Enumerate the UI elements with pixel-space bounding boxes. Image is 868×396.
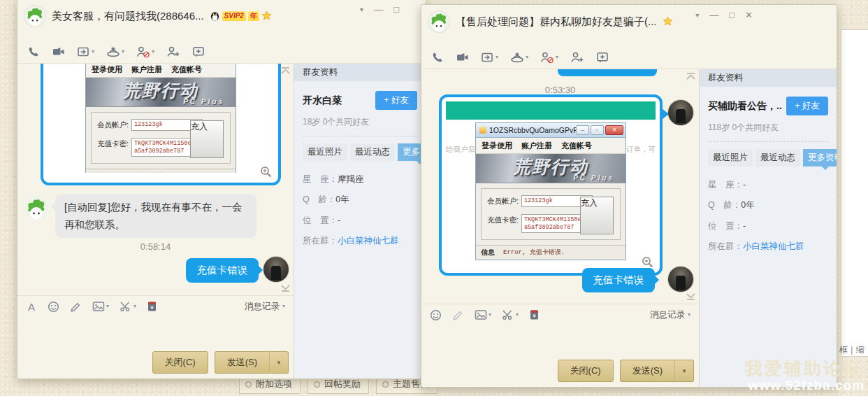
scroll-up-icon[interactable] xyxy=(280,66,291,75)
send-button[interactable]: 发送(S) xyxy=(215,351,269,374)
window-menu-button[interactable]: ▾ xyxy=(695,12,699,20)
image-message-bubble[interactable]: 给商户后 查询订单，可 1OZSRcbbvQuOamoGPvF9 –▫✕ 登录使… xyxy=(439,94,663,276)
send-file-icon[interactable]: ▾ xyxy=(481,51,498,64)
svg-text:¥: ¥ xyxy=(532,313,536,319)
avatar[interactable] xyxy=(668,267,693,292)
composer-buttons: 关闭(C) 发送(S) ▾ xyxy=(421,355,699,387)
dropdown-caret-icon: ▾ xyxy=(152,49,154,55)
close-button[interactable]: 关闭(C) xyxy=(152,351,208,374)
title-badges: SVIP2 年 xyxy=(210,10,272,21)
field-groups: 所在群：小白菜神仙七群 xyxy=(708,240,828,253)
level-star-icon xyxy=(261,10,272,21)
block-user-icon[interactable]: ▾ xyxy=(540,51,558,64)
message-list[interactable]: 0:53:30 给商户后 查询订单，可 1OZSRcbbvQuOamoGPvF9 xyxy=(421,69,699,304)
field-qq-age: Q 龄：0年 xyxy=(303,193,417,206)
image-icon[interactable]: ▾ xyxy=(92,301,109,312)
minimize-button[interactable]: — xyxy=(709,10,718,20)
remote-assist-icon[interactable]: ▾ xyxy=(106,45,124,58)
screenshot-image: 给商户后 查询订单，可 1OZSRcbbvQuOamoGPvF9 –▫✕ 登录使… xyxy=(446,122,656,269)
zoom-magnifier-icon[interactable] xyxy=(260,166,272,178)
menu-login: 登录使用 xyxy=(92,64,122,75)
avatar[interactable] xyxy=(24,6,45,27)
new-chat-icon[interactable] xyxy=(192,45,205,58)
history-label: 消息记录 xyxy=(245,301,280,313)
field-zodiac: 星 座：摩羯座 xyxy=(303,173,417,186)
minimize-button[interactable]: — xyxy=(374,5,383,14)
tab-recent-activity[interactable]: 最近动态 xyxy=(755,149,800,167)
red-packet-icon[interactable]: ¥ xyxy=(529,309,540,320)
radio-icon xyxy=(314,381,320,388)
title-badges xyxy=(663,16,673,27)
avatar[interactable] xyxy=(668,100,693,125)
year-badge: 年 xyxy=(248,11,259,21)
window-title: 美女客服，有问题找我(288646... xyxy=(52,10,204,23)
message-list[interactable]: 1OZSRcbbvQuOamoGPvF9 –▫✕ 登录使用 账户注册 充值帐号 … xyxy=(17,64,294,295)
scroll-down-icon[interactable] xyxy=(280,284,291,293)
tool-form: 会员帐户:123123gk 充值卡密:TKQKT3MCK4M1150e2Ta5a… xyxy=(91,112,231,164)
menu-recharge: 充值帐号 xyxy=(561,141,592,151)
image-message-bubble[interactable]: 1OZSRcbbvQuOamoGPvF9 –▫✕ 登录使用 账户注册 充值帐号 … xyxy=(41,64,281,185)
dropdown-caret-icon: ▾ xyxy=(92,49,94,55)
send-options-caret[interactable]: ▾ xyxy=(269,351,289,374)
tab-more-info[interactable]: 更多资料 xyxy=(803,149,837,167)
scroll-up-icon[interactable] xyxy=(686,71,696,80)
pencil-icon[interactable] xyxy=(452,309,464,321)
maximize-button[interactable]: □ xyxy=(729,10,735,20)
emoji-icon[interactable] xyxy=(430,309,442,321)
window-title: 【售后处理问题】群内私聊加好友是骗子(... xyxy=(456,15,657,29)
divider xyxy=(303,136,417,136)
close-button[interactable]: ✕ xyxy=(745,10,753,20)
zoom-magnifier-icon[interactable] xyxy=(642,256,653,268)
message-input[interactable] xyxy=(17,317,294,346)
field-zodiac: 星 座：- xyxy=(708,178,828,192)
qq-chat-window-right: 【售后处理问题】群内私聊加好友是骗子(... ▾ — □ ✕ ▾ ▾ ▾ xyxy=(421,4,837,388)
tool-titlebar: 1OZSRcbbvQuOamoGPvF9 –▫✕ xyxy=(476,123,625,138)
titlebar[interactable]: 美女客服，有问题找我(288646... SVIP2 年 ▾ — □ xyxy=(17,0,426,41)
add-user-icon[interactable] xyxy=(570,51,584,64)
call-icon[interactable] xyxy=(431,51,444,64)
window-controls: ▾ — □ xyxy=(360,5,399,14)
image-icon[interactable]: ▾ xyxy=(475,309,491,320)
scroll-down-icon[interactable] xyxy=(686,292,696,302)
recharge-button-image: 充入 xyxy=(190,120,224,158)
maximize-button[interactable]: □ xyxy=(393,5,399,14)
tab-recent-photos[interactable]: 最近照片 xyxy=(303,143,347,161)
tab-recent-activity[interactable]: 最近动态 xyxy=(350,143,395,161)
titlebar[interactable]: 【售后处理问题】群内私聊加好友是骗子(... ▾ — □ ✕ xyxy=(421,5,837,46)
pencil-icon[interactable] xyxy=(70,301,82,313)
send-options-caret[interactable]: ▾ xyxy=(674,360,694,382)
member-summary: 18岁 0个共同好友 xyxy=(303,116,417,128)
group-link[interactable]: 小白菜神仙七群 xyxy=(743,241,804,251)
message-input[interactable] xyxy=(421,325,699,355)
message-history-button[interactable]: 消息记录▾ xyxy=(650,309,690,321)
call-icon[interactable] xyxy=(27,45,40,58)
scissors-icon[interactable]: ▾ xyxy=(502,309,519,320)
send-button[interactable]: 发送(S) xyxy=(620,360,674,382)
scissors-icon[interactable]: ▾ xyxy=(120,301,136,312)
block-user-icon[interactable]: ▾ xyxy=(136,45,154,58)
tab-recent-photos[interactable]: 最近照片 xyxy=(708,149,753,167)
status-error-text: Error, 充值卡错误. xyxy=(113,171,175,173)
editor-footer-links[interactable]: 框｜缩 xyxy=(839,344,865,356)
add-user-icon[interactable] xyxy=(166,45,180,58)
add-friend-button[interactable]: + 好友 xyxy=(786,97,828,115)
group-link[interactable]: 小白菜神仙七群 xyxy=(338,236,399,246)
dropdown-caret-icon: ▾ xyxy=(282,304,285,309)
red-packet-icon[interactable]: ¥ xyxy=(147,301,157,312)
timestamp: 0:58:14 xyxy=(17,241,294,252)
avatar[interactable] xyxy=(428,11,449,32)
send-file-icon[interactable]: ▾ xyxy=(77,45,94,58)
remote-assist-icon[interactable]: ▾ xyxy=(510,51,528,64)
font-icon[interactable]: A xyxy=(26,301,37,312)
avatar[interactable] xyxy=(263,257,289,282)
window-menu-button[interactable]: ▾ xyxy=(360,6,363,14)
message-history-button[interactable]: 消息记录▾ xyxy=(245,301,285,313)
close-button[interactable]: 关闭(C) xyxy=(558,360,614,382)
add-friend-button[interactable]: + 好友 xyxy=(375,91,417,110)
field-location: 位 置：- xyxy=(303,214,417,227)
avatar[interactable] xyxy=(24,197,48,220)
new-chat-icon[interactable] xyxy=(596,51,609,64)
video-call-icon[interactable] xyxy=(456,51,469,64)
video-call-icon[interactable] xyxy=(52,45,65,58)
emoji-icon[interactable] xyxy=(48,301,59,313)
